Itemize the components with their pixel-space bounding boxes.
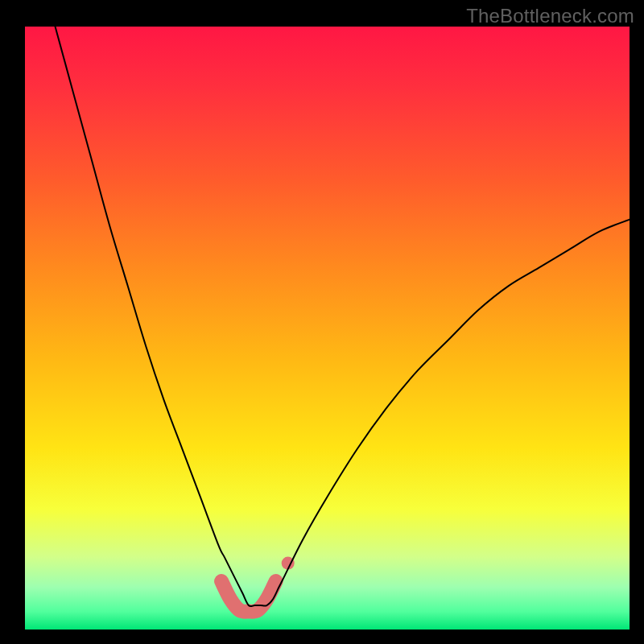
watermark-text: TheBottleneck.com bbox=[466, 5, 634, 27]
chart-svg bbox=[0, 0, 644, 644]
plot-background bbox=[25, 27, 630, 630]
bottleneck-chart: TheBottleneck.com bbox=[0, 0, 644, 644]
